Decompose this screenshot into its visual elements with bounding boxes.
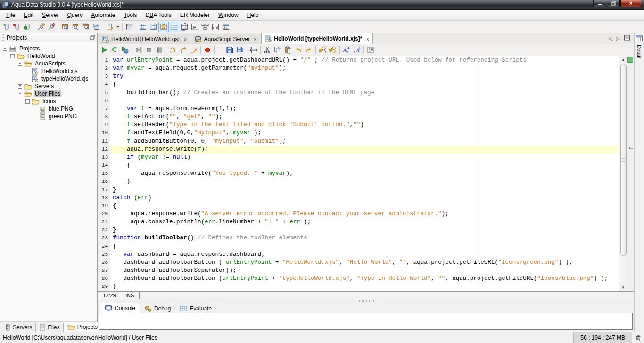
execute-server-button[interactable] xyxy=(120,45,130,55)
tree-item-servers[interactable]: +Servers xyxy=(0,82,97,90)
code-line-12[interactable]: aqua.response.write(f); xyxy=(110,146,619,154)
plug-add-button[interactable] xyxy=(36,22,46,32)
tree-item-label[interactable]: Icons xyxy=(41,98,57,105)
scroll-up-arrow[interactable]: ▲ xyxy=(619,56,627,63)
code-line-28[interactable]: dashboard.addToolbarButton (urlEntryPoin… xyxy=(110,275,619,283)
bar-chart-button[interactable] xyxy=(210,22,221,32)
console-tab-console[interactable]: Console xyxy=(100,303,140,313)
step-into-button[interactable] xyxy=(168,45,178,55)
scroll-down-arrow[interactable]: ▼ xyxy=(619,284,627,291)
undo-button[interactable] xyxy=(293,45,304,55)
table-header-blue-button[interactable] xyxy=(221,22,231,32)
tree-item-label[interactable]: Projects xyxy=(18,45,41,52)
outline-view-button[interactable] xyxy=(190,22,200,32)
code-text[interactable]: var urlEntryPoint = aqua.project.getDash… xyxy=(110,56,619,291)
tab-list-button[interactable] xyxy=(624,34,630,42)
code-line-19[interactable]: { xyxy=(110,202,619,210)
tab-scroll-right-icon[interactable]: ▷ xyxy=(616,35,620,41)
document-tab[interactable]: AquaScript Serverx xyxy=(191,34,260,44)
db-cylinder-button[interactable] xyxy=(158,22,169,32)
tree-toggle-icon[interactable]: - xyxy=(10,54,15,58)
code-line-27[interactable]: dashboard.addToolbarSeparator(); xyxy=(110,267,619,275)
tree-item-green-png[interactable]: green.PNG xyxy=(0,113,97,120)
console-output-panel[interactable] xyxy=(99,313,633,330)
sidebar-tab-projects[interactable]: Projects xyxy=(64,322,101,332)
execute-button[interactable] xyxy=(99,45,109,55)
tree-item-aquascripts[interactable]: -AquaScripts xyxy=(0,60,97,67)
table-swap-button[interactable] xyxy=(179,22,190,32)
redo-button[interactable] xyxy=(304,45,314,55)
case-upper-button[interactable]: Aa xyxy=(341,45,352,55)
console-tab-debug[interactable]: Debug xyxy=(140,304,175,313)
schema-browser-button[interactable] xyxy=(124,22,134,32)
breakpoint-button[interactable] xyxy=(202,45,213,55)
menu-edit[interactable]: Edit xyxy=(19,10,38,20)
unregister-server-button[interactable] xyxy=(12,22,22,32)
code-line-7[interactable]: var f = aqua.form.newForm(1,1); xyxy=(110,105,619,113)
tree-item-label[interactable]: AquaScripts xyxy=(34,60,66,67)
paste-button[interactable] xyxy=(283,45,293,55)
tree-item-label[interactable]: User Files xyxy=(34,90,61,97)
tree-item-blue-png[interactable]: blue.PNG xyxy=(0,105,97,113)
er-diagram-button[interactable] xyxy=(200,22,210,32)
code-line-20[interactable]: aqua.response.write("A server error occu… xyxy=(110,210,619,218)
code-line-3[interactable]: try xyxy=(110,73,619,81)
tree-item-user-files[interactable]: -User Files xyxy=(0,90,97,98)
tab-scroll-left-icon[interactable]: ◁ xyxy=(608,35,612,41)
vertical-scrollbar[interactable]: ▲ ▼ xyxy=(619,56,627,291)
menu-tools[interactable]: Tools xyxy=(119,10,141,20)
stop-button[interactable] xyxy=(144,45,154,55)
register-server-button[interactable] xyxy=(1,22,12,32)
windows-cascade-button[interactable] xyxy=(91,22,101,32)
caret-down-button[interactable] xyxy=(115,22,121,32)
code-line-14[interactable]: { xyxy=(110,162,619,170)
tab-close-icon[interactable]: x xyxy=(366,36,369,41)
scrollbar-thumb[interactable] xyxy=(620,64,627,256)
step-button[interactable] xyxy=(133,45,144,55)
code-line-22[interactable]: } xyxy=(110,226,619,234)
copy-button[interactable] xyxy=(272,45,283,55)
tree-item-typehelloworld-xjs[interactable]: typeHelloWorld.xjs xyxy=(0,75,97,82)
step-over-button[interactable] xyxy=(178,45,189,55)
grid-large-button[interactable] xyxy=(169,22,179,32)
garbage-collect-button[interactable] xyxy=(632,332,644,343)
tree-toggle-icon[interactable]: + xyxy=(18,84,22,89)
find-button[interactable] xyxy=(317,45,328,55)
code-line-24[interactable]: { xyxy=(110,243,619,251)
code-line-5[interactable]: buildToolbar(); // Creates an instance o… xyxy=(110,89,619,97)
save-button[interactable] xyxy=(224,45,235,55)
tree-item-icons[interactable]: -Icons xyxy=(0,98,97,105)
code-line-6[interactable] xyxy=(110,97,619,105)
step-out-button[interactable] xyxy=(189,45,199,55)
cut-button[interactable] xyxy=(262,45,272,55)
close-button[interactable]: × xyxy=(620,0,641,7)
code-line-15[interactable]: aqua.response.write("You typed: " + myva… xyxy=(110,170,619,178)
query-window3-button[interactable] xyxy=(81,22,91,32)
code-line-1[interactable]: var urlEntryPoint = aqua.project.getDash… xyxy=(110,57,619,65)
plug-remove-button[interactable] xyxy=(46,22,57,32)
editor-options-button[interactable] xyxy=(365,45,376,55)
menu-server[interactable]: Server xyxy=(38,10,63,20)
tree-item-helloworld[interactable]: -HelloWorld xyxy=(0,52,97,60)
menu-automate[interactable]: Automate xyxy=(87,10,119,20)
execute-edit-button[interactable] xyxy=(109,45,120,55)
code-line-25[interactable]: var dashboard = aqua.response.dashboard; xyxy=(110,251,619,259)
console-splitter[interactable] xyxy=(98,299,634,302)
save-as-button[interactable] xyxy=(235,45,245,55)
code-line-13[interactable]: if (myvar != null) xyxy=(110,154,619,162)
code-line-16[interactable]: } xyxy=(110,178,619,186)
code-line-29[interactable]: } xyxy=(110,283,619,291)
pause-button[interactable] xyxy=(154,45,165,55)
code-line-18[interactable]: catch (err) xyxy=(110,194,619,202)
tree-toggle-icon[interactable]: - xyxy=(18,92,22,96)
tree-item-label[interactable]: green.PNG xyxy=(48,113,78,120)
code-line-2[interactable]: var myvar = aqua.request.getParameter("m… xyxy=(110,65,619,73)
print-button[interactable] xyxy=(248,45,259,55)
code-line-9[interactable]: f.setHeader("Type in the text filed and … xyxy=(110,121,619,129)
tree-item-helloworld-xjs[interactable]: HelloWorld.xjs xyxy=(0,67,97,75)
console-tab-evaluate[interactable]: Evaluate xyxy=(175,304,216,313)
document-tab[interactable]: HelloWorld [HelloWorld.xjs]x xyxy=(99,34,190,44)
code-line-4[interactable]: { xyxy=(110,81,619,89)
menu-help[interactable]: Help xyxy=(243,10,263,20)
detail-side-tab[interactable]: Detail xyxy=(634,33,644,332)
